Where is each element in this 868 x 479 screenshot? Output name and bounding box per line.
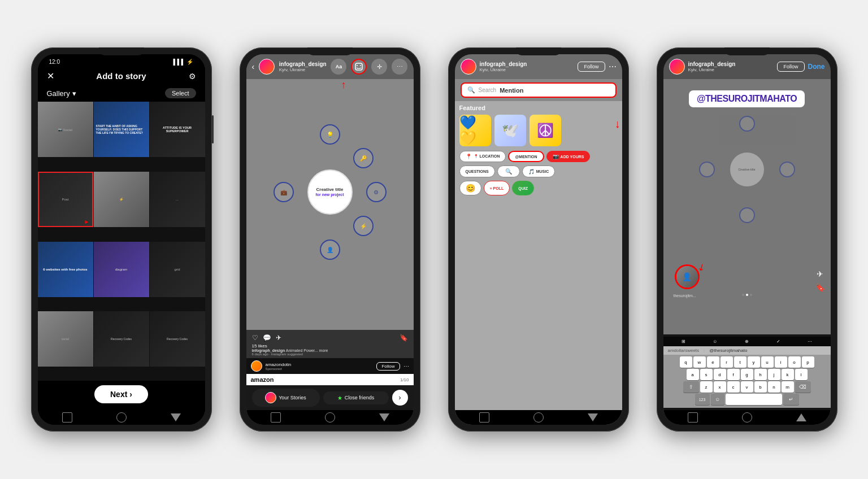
autocomplete-1[interactable]: amdollarsweets (668, 348, 700, 353)
gallery-thumb-4-selected[interactable]: Post ► (38, 172, 93, 227)
key-h[interactable]: h (754, 369, 767, 380)
heart-icon[interactable]: ♡ (252, 334, 258, 342)
key-c[interactable]: c (727, 381, 740, 393)
back-icon[interactable]: ‹ (252, 62, 255, 71)
gallery-thumb-3[interactable]: ATTITUDE IS YOUR SUPERPOWER (150, 102, 205, 157)
done-button[interactable]: Done (808, 63, 825, 71)
save-icon[interactable]: 🔖 (400, 334, 408, 342)
more-icon[interactable]: ⋯ (609, 62, 617, 71)
key-g[interactable]: g (741, 369, 753, 380)
key-q[interactable]: q (680, 356, 692, 368)
more-options-button[interactable]: ⋯ (392, 59, 407, 75)
quiz-tag[interactable]: QUIZ (512, 181, 534, 195)
close-icon[interactable]: ✕ (47, 71, 54, 81)
sticker-search-bar[interactable]: 🔍 Search Mention (461, 82, 617, 98)
key-z[interactable]: z (700, 381, 713, 393)
gallery-thumb-6[interactable]: ... (150, 172, 205, 227)
gallery-thumb-9[interactable]: grid (150, 242, 205, 297)
music-tag[interactable]: 🎵 MUSIC (522, 166, 555, 177)
gallery-thumb-7[interactable]: 6 websites with free photos (38, 242, 93, 297)
share-icon[interactable]: ✈ (276, 334, 281, 342)
next-button[interactable]: Next › (94, 385, 148, 403)
ad-follow-button[interactable]: Follow (376, 362, 400, 371)
kb-more-icon[interactable]: ⋯ (808, 339, 812, 344)
nav-home-icon[interactable] (325, 412, 335, 423)
gallery-thumb-1[interactable]: 📷 Social (38, 102, 93, 157)
key-a[interactable]: a (687, 369, 699, 380)
send-icon[interactable]: ✈ (817, 269, 823, 278)
key-l[interactable]: l (795, 369, 808, 380)
space-key[interactable] (726, 394, 782, 405)
nav-home-icon[interactable] (533, 412, 544, 423)
gallery-thumb-11[interactable]: Recovery Codes (94, 311, 149, 367)
heart-sticker[interactable]: 💙💛 (459, 115, 491, 146)
key-i[interactable]: i (775, 356, 787, 368)
close-friends-button[interactable]: ★ Close friends (323, 391, 389, 404)
settings-icon[interactable]: ⚙ (189, 72, 196, 81)
key-u[interactable]: u (761, 356, 774, 368)
key-k[interactable]: k (782, 369, 794, 380)
dove-sticker[interactable]: 🕊️ (494, 115, 526, 146)
gallery-thumb-2[interactable]: START THE HABIT OF ASKING YOURSELF: DOES… (94, 102, 149, 157)
key-p[interactable]: p (802, 356, 814, 368)
key-m[interactable]: m (782, 381, 794, 393)
key-r[interactable]: r (721, 356, 733, 368)
poll-tag[interactable]: ≡ POLL (484, 181, 510, 195)
backspace-key[interactable]: ⌫ (795, 381, 811, 393)
kb-emoji-icon[interactable]: ☺ (713, 339, 717, 344)
nav-back-icon[interactable] (271, 412, 281, 423)
nav-back-icon[interactable] (479, 412, 489, 423)
mention-tag[interactable]: @MENTION (508, 151, 544, 162)
select-button[interactable]: Select (165, 88, 196, 98)
nav-recents-icon[interactable] (171, 413, 181, 421)
key-o[interactable]: o (788, 356, 801, 368)
share-next-button[interactable]: › (392, 390, 408, 406)
key-s[interactable]: s (700, 369, 713, 380)
nav-recents-icon[interactable] (588, 413, 598, 421)
emoji-key[interactable]: ☺ (711, 394, 724, 405)
kb-check-icon[interactable]: ✓ (776, 339, 780, 344)
nav-back-icon[interactable] (62, 412, 72, 423)
emoji-tag[interactable]: 😊 (459, 181, 481, 195)
key-b[interactable]: b (754, 381, 767, 393)
key-t[interactable]: t (734, 356, 747, 368)
location-tag[interactable]: 📍 📍 LOCATION (459, 151, 506, 162)
key-d[interactable]: d (714, 369, 726, 380)
nav-back-icon[interactable] (688, 412, 698, 423)
nav-home-icon[interactable] (116, 412, 127, 423)
text-tool-button[interactable]: Aa (331, 59, 346, 75)
return-key[interactable]: ↵ (783, 394, 799, 405)
nav-recents-icon[interactable] (379, 413, 389, 421)
bookmark-icon[interactable]: 🔖 (815, 283, 825, 292)
key-x[interactable]: x (714, 381, 726, 393)
add-yours-tag[interactable]: 📷 ADD YOURS (546, 151, 591, 162)
key-y[interactable]: y (748, 356, 760, 368)
ad-more-icon[interactable]: ⋯ (403, 363, 409, 369)
gallery-thumb-8[interactable]: diagram (94, 242, 149, 297)
nav-home-icon[interactable] (742, 412, 752, 423)
move-tool-button[interactable]: ✛ (371, 59, 387, 75)
kb-grid-icon[interactable]: ⊞ (682, 339, 685, 344)
follow-button[interactable]: Follow (777, 62, 804, 72)
key-n[interactable]: n (768, 381, 780, 393)
questions-tag[interactable]: QUESTIONS (459, 166, 495, 177)
key-w[interactable]: w (693, 356, 706, 368)
key-e[interactable]: e (707, 356, 719, 368)
gallery-thumb-5[interactable]: ⚡ (94, 172, 149, 227)
autocomplete-2[interactable]: @thesurojitmahato (709, 348, 747, 353)
key-j[interactable]: j (768, 369, 780, 380)
kb-sticker-icon[interactable]: ⊕ (745, 339, 749, 344)
your-stories-button[interactable]: Your Stories (252, 389, 320, 407)
key-f[interactable]: f (727, 369, 740, 380)
shift-key[interactable]: ⇧ (683, 381, 699, 393)
key-v[interactable]: v (741, 381, 753, 393)
mention-badge[interactable]: @THESUROJITMAHATO (689, 90, 805, 107)
num-key[interactable]: 123 (695, 394, 710, 405)
search-tag[interactable]: 🔍 (497, 166, 520, 177)
follow-button[interactable]: Follow (578, 62, 605, 72)
nav-recents-icon[interactable] (796, 413, 806, 421)
comment-icon[interactable]: 💬 (263, 334, 271, 342)
sticker-tool-button[interactable] (351, 59, 367, 75)
gallery-label[interactable]: Gallery ▾ (47, 89, 76, 98)
gallery-thumb-10[interactable]: social (38, 311, 93, 367)
